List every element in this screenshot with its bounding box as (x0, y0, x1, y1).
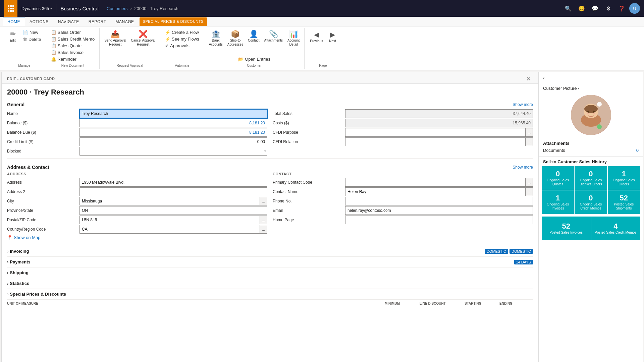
bank-accounts-button[interactable]: 🏦 BankAccounts (207, 29, 225, 48)
postal-expand[interactable]: … (260, 216, 267, 224)
chat-icon[interactable]: 💬 (589, 2, 601, 14)
edit-button[interactable]: ✏ Edit (5, 29, 20, 44)
sales-invoice-button[interactable]: 📋 Sales Invoice (49, 49, 97, 56)
statistics-arrow: › (7, 281, 8, 286)
approvals-button[interactable]: ✔ Approvals (163, 43, 201, 49)
open-entries-button[interactable]: 📂 Open Entries (236, 56, 272, 62)
customer-picture-section[interactable]: Customer Picture ▾ (539, 83, 643, 92)
contact-button[interactable]: 👤 Contact (246, 29, 261, 44)
email-input[interactable] (345, 206, 533, 215)
ship-to-addresses-button[interactable]: 📦 Ship-toAddresses (225, 29, 245, 48)
tab-home[interactable]: HOME (3, 17, 25, 26)
settings-icon[interactable]: ⚙ (602, 2, 614, 14)
address-contact-show-more[interactable]: Show more (513, 165, 533, 170)
ongoing-sales-quotes-tile[interactable]: 0 Ongoing Sales Quotes (542, 166, 574, 190)
invoicing-section[interactable]: › Invoicing DOMESTIC DOMESTIC (7, 246, 533, 256)
next-icon: ▶ (330, 31, 335, 39)
sales-order-button[interactable]: 📋 Sales Order (49, 29, 97, 36)
country-expand[interactable]: … (260, 225, 267, 234)
cfdi-purpose-input[interactable] (345, 128, 526, 137)
sales-invoice-icon: 📋 (51, 50, 56, 55)
contact-name-expand[interactable]: … (526, 187, 533, 196)
breadcrumb-customers[interactable]: Customers (107, 6, 128, 11)
address-input[interactable] (79, 178, 267, 187)
country-input[interactable] (79, 225, 260, 234)
tab-special[interactable]: Special Prices & Discounts (140, 17, 207, 26)
reminder-button[interactable]: 🔔 Reminder (49, 56, 97, 62)
ongoing-blanket-orders-tile[interactable]: 0 Ongoing Sales Blanket Orders (575, 166, 607, 190)
attachments-ribbon-button[interactable]: 📎 Attachments (262, 29, 285, 44)
credit-limit-input[interactable] (79, 137, 267, 146)
posted-invoices-tile[interactable]: 52 Posted Sales Invoices (542, 217, 591, 240)
address2-input[interactable] (79, 187, 267, 196)
special-prices-section[interactable]: › Special Prices & Discounts (7, 289, 533, 300)
general-show-more[interactable]: Show more (513, 102, 533, 107)
documents-count: 0 (636, 148, 639, 153)
see-flows-button[interactable]: ⚡ See my Flows (163, 36, 201, 42)
cfdi-relation-expand[interactable]: … (526, 137, 533, 146)
homepage-input[interactable] (345, 216, 533, 224)
balance-input[interactable] (79, 119, 267, 127)
svg-point-3 (584, 105, 598, 113)
tab-report[interactable]: REPORT (84, 17, 111, 26)
payments-section[interactable]: › Payments 14 DAYS (7, 256, 533, 267)
right-panel: › Customer Picture ▾ (539, 72, 643, 362)
ongoing-sales-orders-tile[interactable]: 1 Ongoing Sales Orders (608, 166, 640, 190)
tab-actions[interactable]: ACTIONS (25, 17, 53, 26)
sales-credit-memo-button[interactable]: 📋 Sales Credit Memo (49, 36, 97, 42)
app-launcher-button[interactable] (4, 0, 17, 17)
email-label: Email (273, 207, 340, 214)
send-approval-icon: 📤 (111, 31, 120, 38)
next-button[interactable]: ▶ Next (326, 29, 339, 44)
search-icon[interactable]: 🔍 (562, 2, 574, 14)
create-flow-button[interactable]: ⚡ Create a Flow (163, 29, 201, 36)
cfdi-relation-input[interactable] (345, 137, 526, 146)
delete-button[interactable]: 🗑 Delete (21, 36, 43, 43)
new-button[interactable]: 📄 New (21, 29, 43, 36)
bc-name[interactable]: Business Central (58, 6, 101, 11)
contact-name-input[interactable] (345, 187, 526, 196)
postal-input[interactable] (79, 216, 260, 224)
payments-arrow: › (7, 259, 8, 264)
show-on-map-link[interactable]: 📍 Show on Map (7, 235, 41, 240)
sales-quote-button[interactable]: 📋 Sales Quote (49, 43, 97, 49)
phone-input[interactable] (345, 197, 533, 205)
account-detail-label: AccountDetail (287, 39, 300, 47)
ongoing-credit-memos-tile[interactable]: 0 Ongoing Sales Credit Memos (575, 190, 607, 214)
shipping-section[interactable]: › Shipping (7, 267, 533, 278)
blocked-label: Blocked (7, 148, 74, 155)
name-field-input[interactable] (79, 109, 267, 118)
primary-contact-input[interactable] (345, 178, 526, 187)
city-expand[interactable]: … (260, 197, 267, 205)
city-input[interactable] (79, 197, 260, 205)
col-ending: ENDING (499, 302, 533, 305)
send-approval-button[interactable]: 📤 Send ApprovalRequest (102, 29, 128, 48)
cancel-approval-button[interactable]: ❌ Cancel ApprovalRequest (129, 29, 157, 48)
close-button[interactable]: ✕ (524, 74, 533, 83)
balance-due-input[interactable] (79, 128, 267, 137)
help-icon[interactable]: ❓ (616, 2, 628, 14)
app-name-caret: ▾ (50, 7, 52, 10)
smiley-icon[interactable]: 😊 (576, 2, 588, 14)
create-flow-label: Create a Flow (172, 30, 199, 35)
panel-toggle[interactable]: › (539, 72, 643, 83)
app-name[interactable]: Dynamics 365 ▾ (17, 6, 55, 11)
blocked-select[interactable] (79, 147, 267, 156)
address-fields: Address Address 2 City … Province/State … (7, 178, 267, 234)
tab-navigate[interactable]: NAVIGATE (53, 17, 84, 26)
tab-manage[interactable]: MANAGE (111, 17, 139, 26)
statistics-section[interactable]: › Statistics (7, 278, 533, 289)
previous-button[interactable]: ◀ Previous (307, 29, 326, 44)
posted-shipments-tile[interactable]: 52 Posted Sales Shipments (608, 190, 640, 214)
province-input[interactable] (79, 206, 267, 215)
account-detail-button[interactable]: 📊 AccountDetail (285, 29, 302, 48)
ongoing-invoices-tile[interactable]: 1 Ongoing Sales Invoices (542, 190, 574, 214)
user-avatar[interactable]: U (629, 3, 640, 14)
manage-group-label: Manage (18, 62, 30, 67)
ongoing-invoices-desc: Ongoing Sales Invoices (544, 202, 572, 210)
primary-contact-expand[interactable]: … (526, 178, 533, 187)
cfdi-purpose-expand[interactable]: … (526, 128, 533, 137)
posted-credit-memos-tile[interactable]: 4 Posted Sales Credit Memos (591, 217, 640, 240)
ongoing-quotes-num: 0 (556, 170, 560, 178)
sales-quote-label: Sales Quote (58, 43, 82, 48)
